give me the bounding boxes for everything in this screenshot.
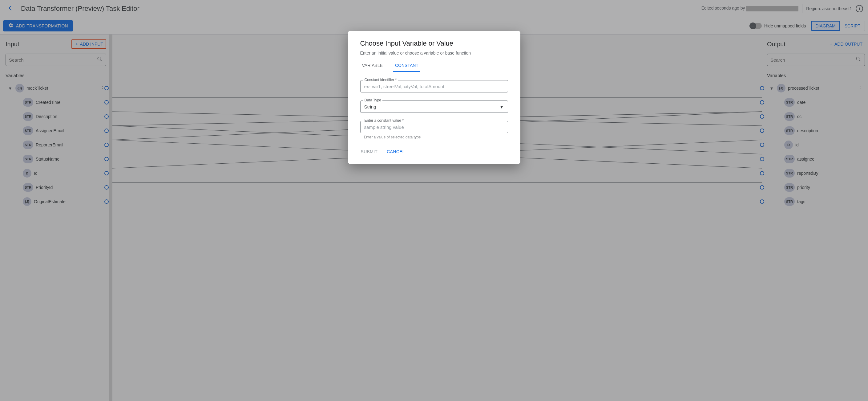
constant-value-helper: Enter a value of selected data type	[360, 135, 508, 139]
modal-title: Choose Input Variable or Value	[360, 39, 508, 48]
constant-value-label: Enter a constant value *	[363, 118, 405, 123]
submit-button[interactable]: SUBMIT	[360, 147, 378, 156]
tab-constant[interactable]: CONSTANT	[393, 60, 420, 72]
tab-variable[interactable]: VARIABLE	[360, 60, 384, 72]
chevron-down-icon: ▼	[499, 104, 504, 109]
constant-value-input[interactable]	[360, 121, 508, 133]
identifier-input[interactable]	[360, 80, 508, 92]
datatype-select[interactable]: String ▼	[360, 101, 508, 113]
identifier-label: Constant identifier *	[363, 78, 398, 82]
datatype-value: String	[364, 104, 376, 109]
cancel-button[interactable]: CANCEL	[386, 147, 405, 156]
modal-subtitle: Enter an initial value or choose a varia…	[360, 51, 508, 56]
choose-input-modal: Choose Input Variable or Value Enter an …	[348, 31, 520, 164]
datatype-label: Data Type	[363, 98, 382, 102]
